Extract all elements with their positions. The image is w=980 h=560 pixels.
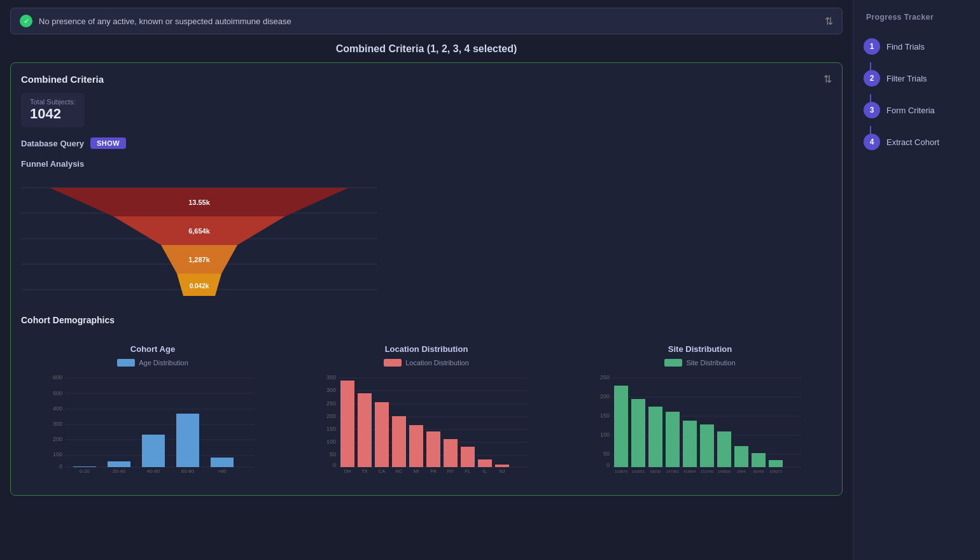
- cohort-age-chart: Cohort Age Age Distribution 600 500 400 …: [21, 334, 284, 485]
- svg-rect-85: [614, 386, 628, 467]
- location-chart-svg: 350 300 250 200 150 100 50 0: [305, 373, 548, 475]
- svg-text:0-20: 0-20: [80, 468, 90, 474]
- sidebar-item-label-filter-trials: Filter Trials: [886, 74, 927, 83]
- svg-text:13.55k: 13.55k: [188, 199, 211, 206]
- svg-text:400: 400: [53, 405, 62, 412]
- svg-rect-95: [700, 424, 714, 467]
- location-title: Location Distribution: [305, 344, 548, 354]
- main-layout: ✓ No presence of any active, known or su…: [0, 0, 980, 560]
- svg-rect-101: [752, 453, 766, 467]
- svg-text:OH: OH: [344, 468, 351, 474]
- svg-text:MI: MI: [414, 468, 419, 474]
- sort-icon[interactable]: ⇅: [825, 15, 833, 27]
- svg-rect-103: [769, 460, 783, 467]
- svg-rect-53: [340, 381, 354, 467]
- svg-rect-69: [478, 459, 492, 467]
- svg-rect-27: [73, 466, 96, 467]
- sidebar-item-label-find-trials: Find Trials: [886, 42, 925, 52]
- svg-rect-91: [666, 412, 680, 467]
- funnel-svg: 13.55k 6,654k 1,287k 0.042k: [21, 175, 377, 302]
- svg-rect-31: [142, 435, 165, 467]
- site-chart-area: 250 200 150 100 50 0: [578, 373, 822, 475]
- svg-rect-59: [392, 416, 406, 467]
- svg-rect-97: [717, 431, 731, 467]
- svg-text:250: 250: [326, 400, 336, 407]
- notification-text: No presence of any active, known or susp…: [39, 17, 818, 26]
- svg-text:153790: 153790: [701, 470, 714, 473]
- site-legend: Site Distribution: [578, 359, 822, 367]
- sidebar-item-label-extract-cohort: Extract Cohort: [886, 137, 939, 147]
- svg-text:NJ: NJ: [499, 468, 505, 474]
- svg-text:50: 50: [330, 451, 336, 458]
- svg-text:CA: CA: [379, 468, 385, 474]
- step-4-circle: 4: [864, 134, 880, 150]
- svg-text:40-60: 40-60: [147, 468, 160, 474]
- svg-rect-67: [461, 447, 475, 467]
- age-chart-svg: 600 500 400 300 200 100 0: [31, 373, 274, 475]
- svg-text:350: 350: [326, 374, 336, 381]
- criteria-card: Combined Criteria ⇅ Total Subjects: 1042…: [10, 62, 843, 496]
- svg-rect-61: [409, 425, 423, 467]
- criteria-card-header: Combined Criteria ⇅: [21, 73, 832, 85]
- site-distribution-chart: Site Distribution Site Distribution 250 …: [568, 334, 832, 485]
- site-legend-color: [664, 359, 682, 367]
- sidebar: Progress Tracker 1 Find Trials 2 Filter …: [853, 0, 980, 560]
- db-query-row: Database Query SHOW: [21, 137, 832, 149]
- sidebar-item-find-trials[interactable]: 1 Find Trials: [853, 31, 980, 62]
- expand-icon[interactable]: ⇅: [823, 73, 832, 85]
- svg-text:0.042k: 0.042k: [190, 283, 209, 290]
- cohort-age-legend: Age Distribution: [31, 359, 274, 367]
- sidebar-item-extract-cohort[interactable]: 4 Extract Cohort: [853, 126, 980, 158]
- total-subjects-label: Total Subjects:: [30, 98, 76, 106]
- svg-text:600: 600: [53, 374, 62, 381]
- svg-text:200: 200: [600, 393, 610, 400]
- sidebar-item-label-form-criteria: Form Criteria: [886, 106, 935, 115]
- svg-text:250: 250: [600, 374, 610, 381]
- svg-text:81459: 81459: [753, 470, 764, 473]
- svg-text:500: 500: [53, 390, 62, 396]
- svg-rect-93: [683, 421, 697, 467]
- svg-text:168372: 168372: [769, 470, 783, 473]
- svg-text:IL: IL: [483, 468, 487, 474]
- sidebar-item-form-criteria[interactable]: 3 Form Criteria: [853, 94, 980, 126]
- criteria-card-title: Combined Criteria: [21, 74, 104, 85]
- show-db-query-button[interactable]: SHOW: [90, 137, 126, 149]
- svg-text:150: 150: [600, 412, 610, 419]
- svg-rect-87: [631, 399, 645, 467]
- svg-rect-65: [444, 439, 458, 467]
- db-query-label: Database Query: [21, 139, 84, 148]
- svg-text:147381: 147381: [666, 470, 680, 473]
- location-distribution-chart: Location Distribution Location Distribut…: [295, 334, 558, 485]
- svg-text:NC: NC: [396, 468, 403, 474]
- svg-rect-89: [648, 407, 662, 467]
- site-chart-svg: 250 200 150 100 50 0: [578, 373, 822, 475]
- svg-text:103870: 103870: [615, 470, 628, 473]
- svg-text:1,287k: 1,287k: [188, 256, 211, 263]
- sidebar-item-filter-trials[interactable]: 2 Filter Trials: [853, 62, 980, 94]
- funnel-chart: 13.55k 6,654k 1,287k 0.042k: [21, 175, 377, 302]
- notification-bar: ✓ No presence of any active, known or su…: [10, 8, 843, 34]
- svg-text:300: 300: [326, 387, 336, 393]
- total-subjects-value: 1042: [30, 106, 76, 122]
- svg-text:NY: NY: [447, 468, 454, 474]
- svg-text:418564: 418564: [683, 470, 697, 473]
- location-legend: Location Distribution: [305, 359, 548, 367]
- svg-rect-55: [358, 393, 372, 467]
- svg-text:140500: 140500: [718, 470, 731, 473]
- svg-text:20-40: 20-40: [113, 468, 126, 474]
- step-3-circle: 3: [864, 102, 880, 118]
- age-legend-label: Age Distribution: [139, 359, 188, 367]
- svg-rect-29: [108, 461, 130, 467]
- age-legend-color: [117, 359, 135, 367]
- svg-text:100: 100: [326, 438, 336, 445]
- svg-text:TX: TX: [361, 468, 368, 474]
- step-2-circle: 2: [864, 70, 880, 87]
- svg-text:2694: 2694: [737, 470, 746, 473]
- step-1-circle: 1: [864, 38, 880, 55]
- check-icon: ✓: [20, 15, 32, 27]
- svg-text:FL: FL: [465, 468, 471, 474]
- svg-text:PA: PA: [430, 468, 436, 474]
- cohort-age-title: Cohort Age: [31, 344, 274, 354]
- svg-rect-63: [426, 431, 440, 467]
- location-legend-label: Location Distribution: [405, 359, 469, 367]
